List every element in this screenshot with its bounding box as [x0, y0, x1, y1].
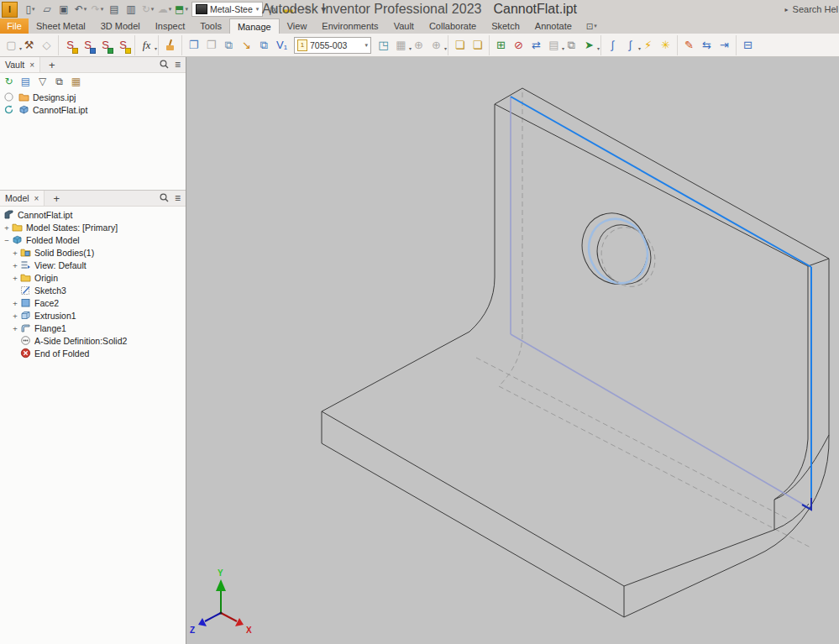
tab-sketch[interactable]: Sketch	[484, 18, 527, 34]
ribbon-display-options-button[interactable]: ⊡ ▾	[586, 18, 597, 34]
open-button[interactable]: ▱	[39, 1, 55, 18]
vault-filter-button[interactable]: ▽	[35, 74, 50, 88]
revision-v1-button[interactable]: V₁	[273, 35, 291, 55]
parameters-button[interactable]: fx▾	[138, 35, 155, 55]
import-button[interactable]: ⬒▾	[173, 1, 190, 18]
insert-frame-button[interactable]: ⊕	[410, 35, 427, 55]
expand-toggle-icon[interactable]: +	[11, 324, 19, 332]
vault-item-designs-ipj[interactable]: Designs.ipj	[0, 91, 186, 103]
tab-annotate[interactable]: Annotate	[527, 18, 579, 34]
tree-node-extrusion1[interactable]: +Extrusion1	[0, 309, 186, 322]
tree-node-origin[interactable]: +Origin	[0, 271, 186, 284]
cloud-button[interactable]: ☁▾	[156, 1, 173, 18]
tab-vault[interactable]: Vault	[386, 18, 422, 34]
add-tab-button[interactable]: +	[53, 192, 60, 205]
link-params-button[interactable]: ⇆	[698, 35, 716, 55]
close-icon[interactable]: ×	[29, 60, 34, 70]
table-button[interactable]: ▤▾	[545, 35, 563, 55]
exchange-button[interactable]: ⇄	[527, 35, 545, 55]
panel-menu-icon[interactable]: ≡	[175, 59, 181, 71]
end-of-part-button[interactable]: ⊟	[739, 35, 757, 55]
undo-button[interactable]: ↶▾	[72, 1, 89, 18]
vault-refresh-button[interactable]: ↻	[2, 74, 16, 88]
vault-item-cannotflat-ipt[interactable]: CannotFlat.ipt	[0, 103, 186, 116]
expand-toggle-icon[interactable]: −	[3, 236, 11, 244]
run-rule-button[interactable]: S	[97, 35, 114, 55]
insert-object-button[interactable]: ↘	[238, 35, 255, 55]
expand-toggle-icon[interactable]: +	[11, 249, 19, 257]
tab-inspect[interactable]: Inspect	[148, 18, 192, 34]
tab-view[interactable]: View	[280, 18, 315, 34]
expand-toggle-icon[interactable]: +	[11, 299, 19, 307]
inventor-logo-icon[interactable]: I	[2, 2, 18, 18]
vault-go-to-button[interactable]: ⧉	[52, 74, 66, 88]
search-help[interactable]: ▸ Search Hel	[785, 0, 839, 18]
make-part-button[interactable]: ❐	[185, 35, 202, 55]
tree-node-cannotflat-ipt[interactable]: CannotFlat.ipt	[0, 208, 186, 221]
expand-toggle-icon[interactable]: +	[11, 261, 19, 270]
regen-rule-button[interactable]: S	[114, 35, 132, 55]
derive-assembly-button[interactable]: ❏	[469, 35, 486, 55]
add-rule-button[interactable]: S	[61, 35, 79, 55]
tree-node-a-side-definition-solid2[interactable]: A-Side Definition:Solid2	[0, 334, 186, 347]
tab-file[interactable]: File	[0, 18, 29, 34]
derive-button[interactable]: ❏	[451, 35, 469, 55]
expand-toggle-icon[interactable]: +	[11, 312, 19, 320]
save-button[interactable]: ▣	[55, 1, 72, 18]
plant-button[interactable]: ➤▾	[580, 35, 598, 55]
tree-node-folded-model[interactable]: −Folded Model	[0, 233, 186, 246]
idrop-button[interactable]: ▤	[106, 1, 123, 18]
tree-node-flange1[interactable]: +Flange1	[0, 322, 186, 334]
trigger-button[interactable]: ⚡	[639, 35, 657, 55]
attach-dwg-button[interactable]: ⧉	[220, 35, 238, 55]
tree-node-view-default[interactable]: +View: Default	[0, 259, 186, 271]
panel-menu-icon[interactable]: ≡	[175, 192, 181, 204]
tab-manage[interactable]: Manage	[229, 18, 280, 34]
save-rule-button[interactable]: S	[79, 35, 97, 55]
redo-button[interactable]: ↷▾	[89, 1, 106, 18]
close-icon[interactable]: ×	[34, 194, 39, 203]
new-file-button[interactable]: ▯▾	[22, 1, 39, 18]
vault-clipboard-button[interactable]: ▦	[69, 74, 83, 88]
export-params-button[interactable]: ⇥	[716, 35, 733, 55]
copy-design-button[interactable]: ⧉	[563, 35, 580, 55]
make-components-button[interactable]: ❐	[202, 35, 220, 55]
update-button[interactable]: ↻▾	[139, 1, 156, 18]
add-button[interactable]: ✚	[298, 1, 315, 18]
parameters-fx-button[interactable]: fx	[265, 1, 281, 18]
graphics-viewport[interactable]: Y X Z	[186, 57, 839, 644]
vault-checkin-button[interactable]: ▤	[18, 74, 33, 88]
tree-node-sketch3[interactable]: Sketch3	[0, 284, 186, 296]
material-combobox[interactable]: Metal-Stee▾	[191, 2, 263, 17]
copy-object-button[interactable]: ⧉	[255, 35, 273, 55]
clean-button[interactable]	[161, 35, 179, 55]
paste-button[interactable]: ▥	[123, 1, 139, 18]
bom-button[interactable]: ▦▾	[392, 35, 410, 55]
appearance-swatch-button[interactable]: ▬▾	[281, 1, 298, 18]
ilogic-browser-button[interactable]: ▢▾	[3, 35, 20, 55]
vault-tab[interactable]: Vault ×	[0, 57, 40, 72]
tab-collaborate[interactable]: Collaborate	[422, 18, 484, 34]
tree-node-model-states-primary-[interactable]: +Model States: [Primary]	[0, 221, 186, 233]
tab-sheet-metal[interactable]: Sheet Metal	[29, 18, 93, 34]
tree-node-solid-bodies-1-[interactable]: +Solid Bodies(1)	[0, 246, 186, 259]
model-tab[interactable]: Model ×	[0, 191, 45, 206]
spark-button[interactable]: ✳	[657, 35, 674, 55]
tab-environments[interactable]: Environments	[314, 18, 385, 34]
tab-3d-model[interactable]: 3D Model	[93, 18, 148, 34]
expand-toggle-icon[interactable]: +	[11, 274, 19, 282]
expand-toggle-icon[interactable]: +	[3, 223, 11, 232]
change-frame-button[interactable]: ⊕▾	[427, 35, 445, 55]
tree-node-end-of-folded[interactable]: End of Folded	[0, 347, 186, 359]
mark-button[interactable]: ✎	[680, 35, 698, 55]
document-number-combobox[interactable]: 17055-003▾	[294, 37, 371, 54]
insert-feature-button[interactable]: ∫▾	[621, 35, 639, 55]
shrinkwrap-button[interactable]: ◳	[375, 35, 392, 55]
styles-editor-button[interactable]: ⚒	[20, 35, 38, 55]
tab-tools[interactable]: Tools	[192, 18, 229, 34]
extract-ifeature-button[interactable]: ∫	[604, 35, 621, 55]
qat-customize-button[interactable]: ▾	[315, 1, 332, 18]
search-icon[interactable]	[160, 60, 169, 71]
insert-ifeature-button[interactable]: ⊞	[492, 35, 510, 55]
exclude-button[interactable]: ⊘	[510, 35, 527, 55]
